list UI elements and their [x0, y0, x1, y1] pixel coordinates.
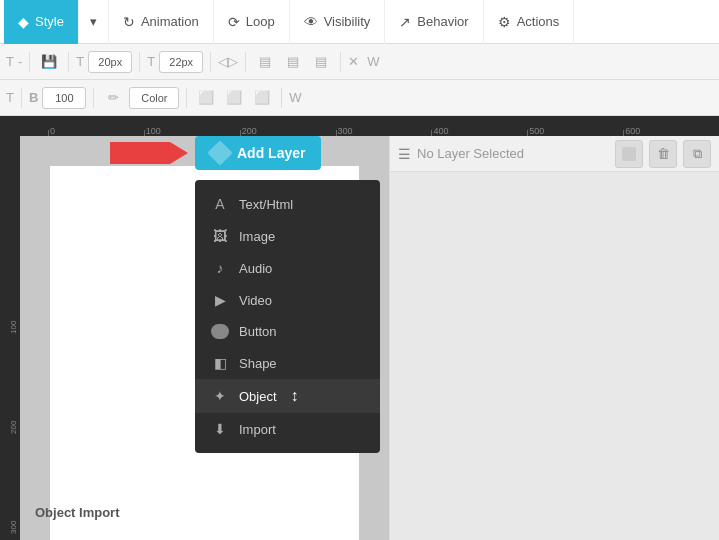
- align-top-icon[interactable]: ⬜: [194, 86, 218, 110]
- dropdown-item-shape[interactable]: ◧ Shape: [195, 347, 380, 379]
- v-ruler-mark-0: [0, 136, 20, 236]
- tab-dropdown-arrow[interactable]: ▾: [79, 0, 109, 44]
- add-layer-arrow: [110, 142, 170, 164]
- hamburger-icon[interactable]: ☰: [398, 146, 411, 162]
- shape-icon: ◧: [211, 355, 229, 371]
- dropdown-item-text-html[interactable]: A Text/Html: [195, 188, 380, 220]
- bold-icon: B: [29, 90, 38, 105]
- copy-icon: ⧉: [693, 146, 702, 162]
- dropdown-object-label: Object: [239, 389, 277, 404]
- tab-loop[interactable]: ⟳ Loop: [214, 0, 290, 44]
- text-html-icon: A: [211, 196, 229, 212]
- tab-actions[interactable]: ⚙ Actions: [484, 0, 575, 44]
- layer-color-icon: [622, 147, 636, 161]
- ruler-mark-200: 200: [240, 126, 336, 136]
- visibility-icon: 👁: [304, 14, 318, 30]
- layer-content-area: [390, 172, 719, 540]
- font-weight-input[interactable]: [42, 87, 86, 109]
- arrow-body: [110, 142, 170, 164]
- video-icon: ▶: [211, 292, 229, 308]
- behavior-icon: ↗: [399, 14, 411, 30]
- dropdown-text-html-label: Text/Html: [239, 197, 293, 212]
- separator-2: [68, 52, 69, 72]
- tab-animation[interactable]: ↻ Animation: [109, 0, 214, 44]
- layer-copy-btn[interactable]: ⧉: [683, 140, 711, 168]
- v-ruler-mark-300: 300: [0, 436, 20, 536]
- dash-separator: -: [18, 54, 22, 69]
- dropdown-button-label: Button: [239, 324, 277, 339]
- font-icon: T: [6, 54, 14, 69]
- horizontal-ruler: 0 100 200 300 400 500 600: [0, 116, 719, 136]
- object-import-label: Object Import: [35, 505, 120, 520]
- add-layer-button[interactable]: Add Layer: [195, 136, 321, 170]
- main-area: 100 200 300 Add Layer A Text/Html 🖼 Imag…: [0, 136, 719, 540]
- color-picker[interactable]: Color: [129, 87, 179, 109]
- save-icon[interactable]: 💾: [37, 50, 61, 74]
- layer-panel: ☰ No Layer Selected 🗑 ⧉: [389, 136, 719, 540]
- toolbar-row-1: T - 💾 T T ◁▷ ▤ ▤ ▤ ✕ W: [0, 44, 719, 80]
- ruler-marks: 0 100 200 300 400 500 600: [0, 116, 719, 136]
- dropdown-item-button[interactable]: Button: [195, 316, 380, 347]
- diamond-icon: [207, 140, 232, 165]
- dropdown-audio-label: Audio: [239, 261, 272, 276]
- brush-icon[interactable]: ✏: [101, 86, 125, 110]
- no-layer-selected-text: No Layer Selected: [417, 146, 609, 161]
- dropdown-item-video[interactable]: ▶ Video: [195, 284, 380, 316]
- toolbar-row-2: T B ✏ Color ⬜ ⬜ ⬜ W: [0, 80, 719, 116]
- dropdown-shape-label: Shape: [239, 356, 277, 371]
- ruler-mark-500: 500: [527, 126, 623, 136]
- separator-9: [186, 88, 187, 108]
- dropdown-video-label: Video: [239, 293, 272, 308]
- chevron-down-icon: ▾: [90, 14, 97, 29]
- dropdown-import-label: Import: [239, 422, 276, 437]
- align-center-icon[interactable]: ▤: [281, 50, 305, 74]
- align-right-icon[interactable]: ▤: [309, 50, 333, 74]
- add-layer-dropdown: A Text/Html 🖼 Image ♪ Audio ▶ Video Butt…: [195, 180, 380, 453]
- button-icon: [211, 324, 229, 339]
- tab-behavior[interactable]: ↗ Behavior: [385, 0, 483, 44]
- animation-icon: ↻: [123, 14, 135, 30]
- ruler-mark-0: 0: [48, 126, 144, 136]
- separator-6: [340, 52, 341, 72]
- align-left-icon[interactable]: ▤: [253, 50, 277, 74]
- ruler-mark-100: 100: [144, 126, 240, 136]
- text-icon-2: T: [6, 90, 14, 105]
- dropdown-image-label: Image: [239, 229, 275, 244]
- import-icon: ⬇: [211, 421, 229, 437]
- separator-4: [210, 52, 211, 72]
- tab-style-label: Style: [35, 14, 64, 29]
- object-icon: ✦: [211, 388, 229, 404]
- separator-8: [93, 88, 94, 108]
- line-height-icon: T: [147, 54, 155, 69]
- layer-delete-btn[interactable]: 🗑: [649, 140, 677, 168]
- dropdown-item-import[interactable]: ⬇ Import: [195, 413, 380, 445]
- delete-icon: 🗑: [657, 146, 670, 161]
- image-icon: 🖼: [211, 228, 229, 244]
- separator-10: [281, 88, 282, 108]
- dropdown-item-audio[interactable]: ♪ Audio: [195, 252, 380, 284]
- actions-icon: ⚙: [498, 14, 511, 30]
- canvas-area: Add Layer A Text/Html 🖼 Image ♪ Audio ▶ …: [20, 136, 389, 540]
- color-label: Color: [141, 92, 167, 104]
- tab-animation-label: Animation: [141, 14, 199, 29]
- ruler-mark-300: 300: [336, 126, 432, 136]
- align-mid-icon[interactable]: ⬜: [222, 86, 246, 110]
- tab-visibility-label: Visibility: [324, 14, 371, 29]
- vertical-ruler: 100 200 300: [0, 136, 20, 540]
- v-ruler-mark-100: 100: [0, 236, 20, 336]
- w-label: W: [367, 54, 379, 69]
- separator-1: [29, 52, 30, 72]
- font-size-input[interactable]: [88, 51, 132, 73]
- tab-behavior-label: Behavior: [417, 14, 468, 29]
- layer-color-btn[interactable]: [615, 140, 643, 168]
- line-height-input[interactable]: [159, 51, 203, 73]
- w-label-2: W: [289, 90, 301, 105]
- tab-visibility[interactable]: 👁 Visibility: [290, 0, 386, 44]
- align-bot-icon[interactable]: ⬜: [250, 86, 274, 110]
- v-ruler-marks: 100 200 300: [0, 136, 20, 536]
- top-nav: ◆ Style ▾ ↻ Animation ⟳ Loop 👁 Visibilit…: [0, 0, 719, 44]
- dropdown-item-object[interactable]: ✦ Object ↕: [195, 379, 380, 413]
- tab-style[interactable]: ◆ Style: [4, 0, 79, 44]
- dropdown-item-image[interactable]: 🖼 Image: [195, 220, 380, 252]
- separator-3: [139, 52, 140, 72]
